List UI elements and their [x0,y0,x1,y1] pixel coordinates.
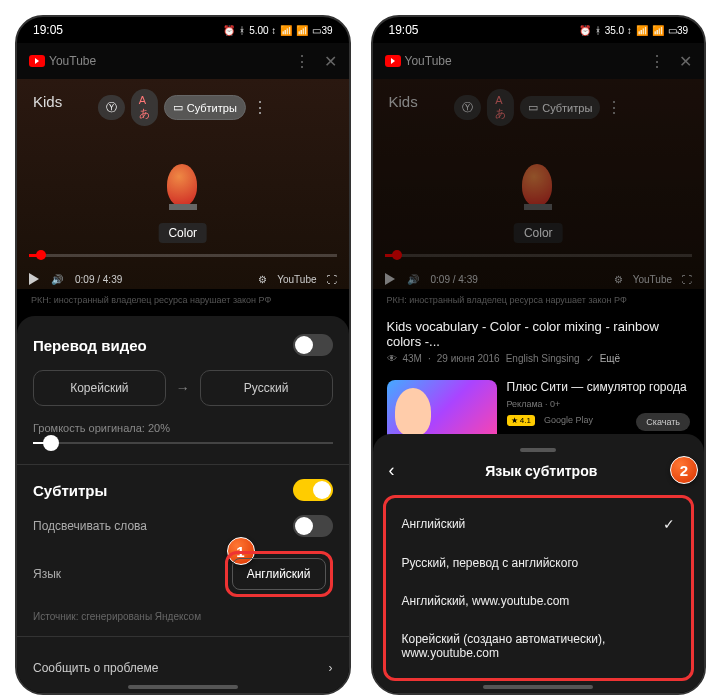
upload-date: 29 июня 2016 [437,353,500,364]
video-player[interactable]: Kids Ⓨ Аあ ▭ Субтитры ⋮ Color 🔊 0:09 / 4:… [373,79,705,289]
subtitles-pill[interactable]: ▭ Субтитры [164,95,246,120]
youtube-logo[interactable]: YouTube [385,54,452,68]
disclaimer: РКН: иностранный владелец ресурса наруша… [17,289,349,311]
youtube-label: YouTube [633,274,672,285]
signal-icon: 📶 [652,25,664,36]
subtitle-overlay: Color [158,223,207,243]
status-time: 19:05 [389,23,419,37]
highlight-box-2: Английский ✓ Русский, перевод с английск… [383,495,695,681]
to-language-button[interactable]: Русский [200,370,333,406]
sheet-handle[interactable] [520,448,556,452]
language-select-button[interactable]: Английский [232,558,326,590]
translate-toggle[interactable] [293,334,333,356]
language-label: Язык [33,567,61,581]
ad-rating: ★ 4.1 [507,415,535,426]
youtube-label: YouTube [277,274,316,285]
translate-section-title: Перевод видео [33,337,147,354]
from-language-button[interactable]: Корейский [33,370,166,406]
highlight-toggle[interactable] [293,515,333,537]
subtitles-toggle[interactable] [293,479,333,501]
battery-icon: ▭39 [312,25,332,36]
ad-subtitle: Реклама · 0+ [507,399,691,409]
bluetooth-icon: ᚼ [595,25,601,36]
fullscreen-icon[interactable]: ⛶ [682,274,692,285]
play-icon[interactable] [29,273,39,285]
video-controls: 🔊 0:09 / 4:39 ⚙ YouTube ⛶ [385,273,693,285]
video-full-title: Kids vocabulary - Color - color mixing -… [387,319,691,349]
ad-store: Google Play [544,415,593,425]
phone-left: 19:05 ⏰ ᚼ 5.00 ↕ 📶 📶 ▭39 YouTube ⋮ ✕ Kid… [15,15,351,695]
overlay-toolbar: Ⓨ Аあ ▭ Субтитры ⋮ [454,89,622,126]
yandex-icon[interactable]: Ⓨ [98,95,125,120]
channel-name[interactable]: English Singsing [506,353,580,364]
source-text: Источник: сгенерированы Яндексом [33,611,333,622]
status-icons: ⏰ ᚼ 5.00 ↕ 📶 📶 ▭39 [223,25,332,36]
volume-label: Громкость оригинала: 20% [33,422,333,434]
disclaimer: РКН: иностранный владелец ресурса наруша… [373,289,705,311]
video-content [167,164,199,212]
language-option[interactable]: Корейский (создано автоматически), www.y… [386,620,692,672]
overlay-more-icon[interactable]: ⋮ [252,98,268,117]
progress-bar[interactable] [29,254,337,257]
close-icon[interactable]: ✕ [324,52,337,71]
views-icon: 👁 [387,353,397,364]
progress-bar[interactable] [385,254,693,257]
network-icon: 5.00 ↕ [249,25,276,36]
signal-icon: 📶 [296,25,308,36]
settings-panel: Перевод видео Корейский → Русский Громко… [17,316,349,693]
fullscreen-icon[interactable]: ⛶ [327,274,337,285]
highlight-words-label: Подсвечивать слова [33,519,147,533]
volume-slider[interactable] [33,442,333,444]
alarm-icon: ⏰ [579,25,591,36]
settings-icon[interactable]: ⚙ [258,274,267,285]
more-icon[interactable]: ⋮ [649,52,665,71]
translate-icon[interactable]: Аあ [487,89,514,126]
youtube-header: YouTube ⋮ ✕ [17,43,349,79]
video-controls: 🔊 0:09 / 4:39 ⚙ YouTube ⛶ [29,273,337,285]
language-option[interactable]: Английский, www.youtube.com [386,582,692,620]
alarm-icon: ⏰ [223,25,235,36]
sheet-title: Язык субтитров [395,463,689,479]
battery-icon: ▭39 [668,25,688,36]
arrow-right-icon: → [176,380,190,396]
more-icon[interactable]: ⋮ [294,52,310,71]
play-icon[interactable] [385,273,395,285]
highlight-box-1: Английский [225,551,333,597]
status-time: 19:05 [33,23,63,37]
phone-right: 19:05 ⏰ ᚼ 35.0 ↕ 📶 📶 ▭39 YouTube ⋮ ✕ Kid… [371,15,707,695]
signal-icon: 📶 [280,25,292,36]
volume-icon[interactable]: 🔊 [51,274,63,285]
status-bar: 19:05 ⏰ ᚼ 35.0 ↕ 📶 📶 ▭39 [373,17,705,43]
video-title: Kids [33,93,62,110]
views: 43M [403,353,422,364]
status-bar: 19:05 ⏰ ᚼ 5.00 ↕ 📶 📶 ▭39 [17,17,349,43]
language-option[interactable]: Английский ✓ [386,504,692,544]
overlay-toolbar: Ⓨ Аあ ▭ Субтитры ⋮ [98,89,268,126]
cc-icon: ▭ [528,101,538,114]
home-indicator[interactable] [483,685,593,689]
subtitle-overlay: Color [514,223,563,243]
video-player[interactable]: Kids Ⓨ Аあ ▭ Субтитры ⋮ Color 🔊 0:09 / 4:… [17,79,349,289]
status-icons: ⏰ ᚼ 35.0 ↕ 📶 📶 ▭39 [579,25,688,36]
video-title: Kids [389,93,418,110]
callout-badge-2: 2 [670,456,698,484]
video-meta: Kids vocabulary - Color - color mixing -… [373,311,705,372]
verified-icon: ✓ [586,353,594,364]
more-link[interactable]: Ещё [600,353,620,364]
youtube-header: YouTube ⋮ ✕ [373,43,705,79]
volume-icon[interactable]: 🔊 [407,274,419,285]
translate-icon[interactable]: Аあ [131,89,158,126]
youtube-logo[interactable]: YouTube [29,54,96,68]
settings-icon[interactable]: ⚙ [614,274,623,285]
home-indicator[interactable] [128,685,238,689]
video-content [522,164,554,212]
report-problem-button[interactable]: Сообщить о проблеме › [33,651,333,675]
playback-time: 0:09 / 4:39 [431,274,478,285]
overlay-more-icon[interactable]: ⋮ [606,98,622,117]
language-option[interactable]: Русский, перевод с английского [386,544,692,582]
subtitles-section-title: Субтитры [33,482,107,499]
yandex-icon[interactable]: Ⓨ [454,95,481,120]
download-button[interactable]: Скачать [636,413,690,431]
subtitles-pill[interactable]: ▭ Субтитры [520,96,600,119]
close-icon[interactable]: ✕ [679,52,692,71]
